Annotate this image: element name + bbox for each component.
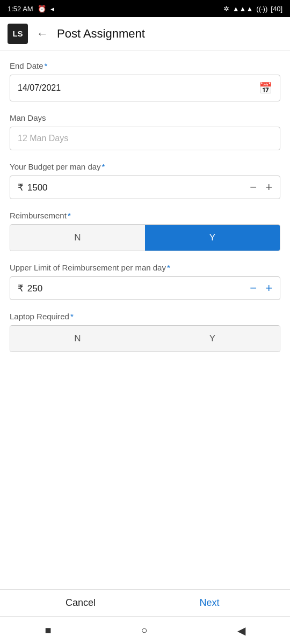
status-right: ✲ ▲▲▲ ((·)) [40]	[223, 5, 282, 13]
cancel-button[interactable]: Cancel	[16, 597, 145, 609]
end-date-value: 14/07/2021	[18, 83, 61, 93]
budget-increment-button[interactable]: +	[265, 181, 272, 193]
budget-controls: − +	[250, 181, 272, 193]
end-date-label: End Date*	[10, 61, 280, 70]
battery-icon: [40]	[271, 5, 282, 13]
reimbursement-label: Reimbursement*	[10, 211, 280, 220]
budget-stepper: ₹ 1500 − +	[10, 175, 280, 199]
end-date-group: End Date* 14/07/2021 📅	[10, 61, 280, 101]
upper-limit-value: ₹ 250	[18, 283, 42, 294]
status-bar: 1:52 AM ⏰ ◂ ✲ ▲▲▲ ((·)) [40]	[0, 0, 290, 17]
navigation-icon: ◂	[50, 5, 54, 13]
upper-limit-label: Upper Limit of Reimbursement per man day…	[10, 263, 280, 272]
end-date-input[interactable]: 14/07/2021 📅	[10, 75, 280, 101]
man-days-placeholder: 12 Man Days	[18, 134, 68, 143]
man-days-label: Man Days	[10, 113, 280, 122]
reimbursement-toggle: N Y	[10, 224, 280, 251]
alarm-icon: ⏰	[38, 5, 46, 13]
back-nav-icon[interactable]: ◀	[237, 624, 245, 637]
wifi-icon: ((·))	[256, 5, 267, 13]
stop-icon[interactable]: ■	[45, 624, 51, 636]
budget-decrement-button[interactable]: −	[250, 181, 257, 193]
budget-value: ₹ 1500	[18, 182, 48, 193]
app-bar: LS ← Post Assignment	[0, 17, 290, 50]
next-button[interactable]: Next	[145, 597, 274, 609]
home-icon[interactable]: ○	[141, 624, 148, 636]
budget-required: *	[102, 162, 105, 171]
laptop-required-required: *	[70, 312, 74, 321]
bottom-action-bar: Cancel Next	[0, 589, 290, 616]
signal-icon: ▲▲▲	[233, 5, 253, 13]
laptop-required-label: Laptop Required*	[10, 312, 280, 321]
budget-currency: ₹	[18, 182, 24, 193]
avatar: LS	[8, 24, 28, 44]
laptop-required-toggle: N Y	[10, 325, 280, 352]
upper-limit-required: *	[167, 263, 170, 272]
page-title: Post Assignment	[57, 27, 145, 41]
budget-label: Your Budget per man day*	[10, 162, 280, 171]
calendar-icon[interactable]: 📅	[259, 82, 272, 94]
laptop-required-group: Laptop Required* N Y	[10, 312, 280, 352]
bluetooth-icon: ✲	[223, 5, 229, 13]
back-button[interactable]: ←	[34, 27, 50, 41]
upper-limit-decrement-button[interactable]: −	[250, 282, 257, 294]
upper-limit-currency: ₹	[18, 283, 24, 294]
upper-limit-stepper: ₹ 250 − +	[10, 276, 280, 300]
upper-limit-group: Upper Limit of Reimbursement per man day…	[10, 263, 280, 300]
nav-bar: ■ ○ ◀	[0, 616, 290, 644]
reimbursement-no-button[interactable]: N	[10, 225, 145, 251]
end-date-required: *	[45, 61, 48, 70]
laptop-no-button[interactable]: N	[10, 326, 145, 352]
upper-limit-controls: − +	[250, 282, 272, 294]
status-left: 1:52 AM ⏰ ◂	[8, 5, 54, 13]
man-days-input[interactable]: 12 Man Days	[10, 127, 280, 150]
form-content: End Date* 14/07/2021 📅 Man Days 12 Man D…	[0, 50, 290, 589]
man-days-group: Man Days 12 Man Days	[10, 113, 280, 150]
laptop-yes-button[interactable]: Y	[145, 326, 280, 352]
reimbursement-group: Reimbursement* N Y	[10, 211, 280, 251]
budget-group: Your Budget per man day* ₹ 1500 − +	[10, 162, 280, 199]
upper-limit-increment-button[interactable]: +	[265, 282, 272, 294]
reimbursement-yes-button[interactable]: Y	[145, 225, 280, 251]
status-time: 1:52 AM	[8, 5, 33, 13]
reimbursement-required: *	[68, 211, 71, 220]
